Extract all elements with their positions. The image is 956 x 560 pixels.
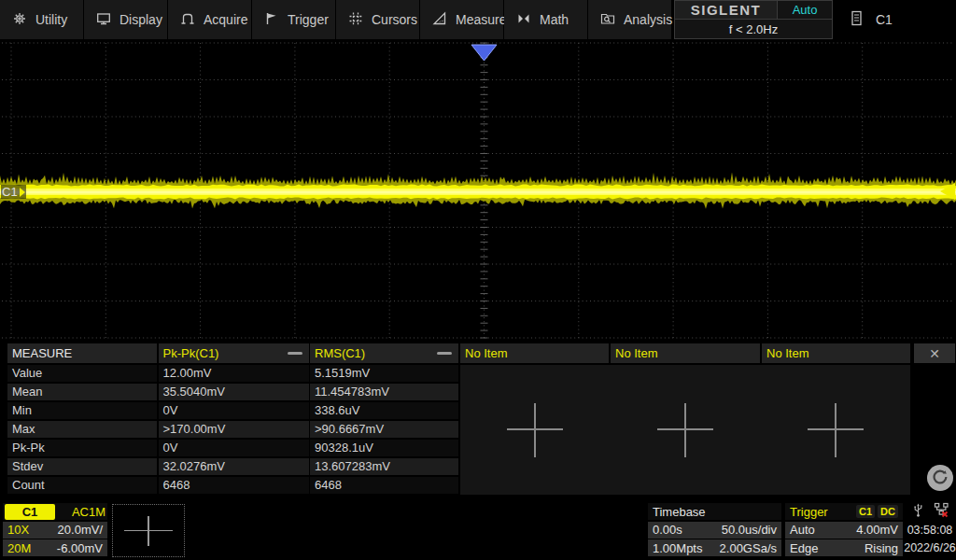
acquire-icon [180,11,195,29]
menu-item-utility[interactable]: Utility [0,0,83,39]
measure-col-header-pkpk[interactable]: Pk-Pk(C1) [159,343,309,363]
trigger-flag-icon [264,11,279,29]
measure-row-label: Value [7,365,157,383]
add-measure-button[interactable] [760,365,910,495]
channel1-descriptor[interactable]: C1 AC1M 10X 20.0mV/ 20M -6.00mV [3,503,107,556]
system-status: 03:58:08 2022/6/26 [905,503,955,557]
trigger-status-panel: SIGLENT Auto f < 2.0Hz [674,0,833,39]
oscilloscope-screen: Utility Display Acquire Trigger Cursors … [0,0,956,560]
analysis-icon [600,11,615,29]
measure-value: 12.00mV [159,365,309,383]
acquisition-mode-badge[interactable]: Auto [778,0,833,20]
menu-item-label: Measure [456,12,506,27]
cursors-icon [348,11,363,29]
timebase-delay: 0.00s [653,523,682,537]
trigger-title: Trigger [790,505,828,519]
vertical-offset: -6.00mV [57,541,103,555]
add-measure-button[interactable] [460,365,611,495]
waveform-display[interactable]: C1 [0,39,956,341]
menu-bar: Utility Display Acquire Trigger Cursors … [0,0,956,39]
menu-item-label: Utility [35,12,67,27]
trigger-mode: Auto [790,523,815,537]
menu-item-trigger[interactable]: Trigger [252,0,335,39]
remove-measure-icon[interactable] [288,352,302,355]
math-icon [516,11,531,29]
measure-row-label: Pk-Pk [7,440,157,457]
memory-depth: 1.00Mpts [653,541,702,555]
plus-icon [808,403,864,457]
menu-item-label: Cursors [372,12,417,27]
timebase-title: Timebase [653,505,706,519]
measure-col-header-rms[interactable]: RMS(C1) [310,343,458,363]
measure-value: 0V [159,440,309,457]
menu-item-math[interactable]: Math [504,0,587,39]
measure-col-header-empty[interactable]: No Item [460,343,609,363]
menu-item-analysis[interactable]: Analysis [588,0,671,39]
measure-value: 13.607283mV [310,458,458,476]
menu-item-label: Acquire [204,12,247,27]
add-measure-button[interactable] [611,365,761,495]
menu-item-cursors[interactable]: Cursors [336,0,419,39]
measure-col-header-empty[interactable]: No Item [762,343,910,363]
channel-select-label: C1 [876,12,893,27]
trigger-source-badge: C1 [856,505,875,518]
close-measure-button[interactable]: ✕ [914,343,955,363]
trigger-frequency-readout: f < 2.0Hz [674,20,833,39]
probe-attenuation: 10X [7,523,29,537]
close-icon: ✕ [929,346,940,361]
trigger-position-marker[interactable] [471,45,497,61]
measure-value: 0V [159,402,309,420]
measure-table: MEASURE Pk-Pk(C1) RMS(C1) Value 12.00mV … [7,343,458,494]
menu-item-label: Trigger [288,12,329,27]
timebase-descriptor[interactable]: Timebase 0.00s 50.0us/div 1.00Mpts 2.00G… [648,503,781,556]
display-icon [96,11,111,29]
measure-row-label: Count [7,477,157,495]
siglent-logo: SIGLENT [674,0,778,20]
channel-offset-marker[interactable]: C1 [1,185,26,199]
channel-arrow-icon [20,188,25,197]
clock-date: 2022/6/26 [904,539,956,557]
channel-coupling: AC1M [72,505,105,519]
measure-value: 6468 [310,477,458,495]
remove-measure-icon[interactable] [437,352,452,355]
measure-row-label: Max [7,421,157,439]
measure-title: MEASURE [7,343,157,363]
menu-item-measure[interactable]: Measure [420,0,503,39]
menu-item-label: Math [540,12,569,27]
list-icon [850,10,864,29]
measure-value: >90.6667mV [310,421,458,439]
measure-panel: MEASURE Pk-Pk(C1) RMS(C1) Value 12.00mV … [0,341,956,501]
measure-col-header-empty[interactable]: No Item [611,343,760,363]
timebase-scale: 50.0us/div [722,523,777,537]
measure-value: 35.5040mV [159,384,309,401]
plus-icon [507,403,563,457]
lan-disconnected-icon [934,502,949,524]
trigger-level: 4.00mV [856,523,898,537]
measure-value: 338.6uV [310,402,458,420]
sample-rate: 2.00GSa/s [720,541,777,555]
menu-item-label: Display [120,12,162,27]
menu-item-acquire[interactable]: Acquire [168,0,251,39]
refresh-icon [931,468,949,489]
measure-value: >170.00mV [159,421,309,439]
trigger-descriptor[interactable]: Trigger C1 DC Auto 4.00mV Edge Rising [785,503,903,556]
menu-item-display[interactable]: Display [84,0,167,39]
measure-row-label: Mean [7,384,157,401]
trigger-type: Edge [790,541,818,555]
gear-icon [12,11,27,29]
add-channel-button[interactable] [112,504,185,557]
bottom-status-bar: C1 AC1M 10X 20.0mV/ 20M -6.00mV Timebase… [0,501,956,560]
measure-value: 11.454783mV [310,384,458,401]
measure-row-label: Stdev [7,458,157,476]
bandwidth-limit: 20M [7,541,31,555]
trigger-slope: Rising [865,541,898,555]
menu-item-label: Analysis [624,12,672,27]
measure-row-label: Min [7,402,157,420]
channel-list-button[interactable]: C1 [850,0,893,39]
measure-empty-columns: No Item No Item No Item [460,343,910,495]
trigger-coupling-badge: DC [878,505,898,518]
usb-icon [911,502,925,524]
measure-icon [432,11,447,29]
waveform-graticule [0,39,956,341]
refresh-gesture-button[interactable] [927,465,953,491]
